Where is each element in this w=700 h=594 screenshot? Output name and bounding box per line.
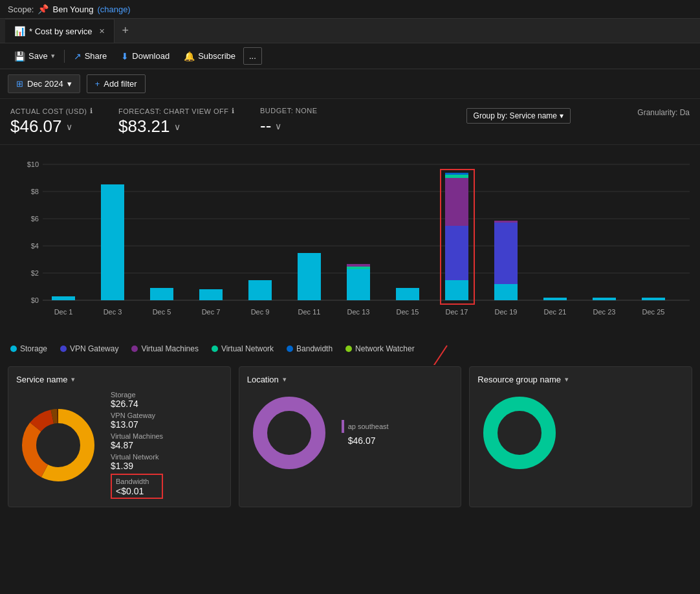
legend-label-vm: Virtual Machines <box>141 344 199 353</box>
legend-label-bandwidth: Bandwidth <box>296 344 333 353</box>
service-name-panel: Service name ▾ Storage $26.74 VPN <box>8 366 231 507</box>
svg-text:$8: $8 <box>31 188 39 195</box>
scope-name: Ben Young <box>52 5 93 14</box>
location-panel-title[interactable]: Location ▾ <box>247 375 454 384</box>
svg-rect-40 <box>494 284 518 300</box>
forecast-dropdown[interactable]: ∨ <box>174 122 180 132</box>
resource-group-donut-chart <box>477 391 562 475</box>
add-filter-button[interactable]: + Add filter <box>87 74 146 93</box>
svg-text:Dec 7: Dec 7 <box>202 308 221 316</box>
share-button[interactable]: ↗ Share <box>67 48 114 65</box>
svg-rect-39 <box>445 173 468 175</box>
service-donut-chart <box>16 403 100 487</box>
svg-rect-35 <box>445 280 468 300</box>
save-label: Save <box>28 51 48 61</box>
actual-cost-info-icon[interactable]: ℹ <box>90 107 93 115</box>
svg-rect-26 <box>101 184 124 300</box>
location-donut-legend: ap southeast $46.07 <box>342 420 389 446</box>
svg-text:Dec 1: Dec 1 <box>54 308 73 316</box>
legend-dot-nw <box>345 346 352 352</box>
subscribe-button[interactable]: 🔔 Subscribe <box>177 48 242 65</box>
forecast-info-icon[interactable]: ℹ <box>232 107 235 115</box>
scope-label: Scope: <box>8 5 34 14</box>
service-name-title-text: Service name <box>16 375 67 384</box>
resource-group-chevron: ▾ <box>565 375 569 384</box>
budget-dropdown[interactable]: ∨ <box>275 121 281 131</box>
actual-cost-label: ACTUAL COST (USD) ℹ <box>10 107 93 115</box>
scope-change-link[interactable]: (change) <box>97 5 130 14</box>
legend-dot-vnet <box>212 346 218 352</box>
location-title-text: Location <box>247 375 279 384</box>
calendar-icon: ⊞ <box>16 79 23 89</box>
group-by-chevron: ▾ <box>560 111 563 120</box>
tab-bar: 📊 * Cost by service ✕ + <box>0 19 700 43</box>
resource-group-panel-title[interactable]: Resource group name ▾ <box>477 375 684 384</box>
location-donut-container: ap southeast $46.07 <box>247 391 454 475</box>
actual-cost-metric: ACTUAL COST (USD) ℹ $46.07 ∨ <box>10 107 93 137</box>
svg-rect-36 <box>445 226 468 280</box>
svg-text:$0: $0 <box>31 296 39 304</box>
service-item-bandwidth: Bandwidth <$0.01 <box>111 474 163 499</box>
tab-icon: 📊 <box>14 26 25 36</box>
actual-cost-dropdown[interactable]: ∨ <box>66 122 72 132</box>
legend-item-storage: Storage <box>10 344 47 353</box>
legend-dot-storage <box>10 346 17 352</box>
tab-cost-by-service[interactable]: 📊 * Cost by service ✕ <box>5 19 115 43</box>
legend-item-vpn: VPN Gateway <box>60 344 118 353</box>
svg-rect-44 <box>593 298 616 300</box>
svg-text:Dec 17: Dec 17 <box>446 308 468 316</box>
svg-rect-25 <box>52 296 75 300</box>
resource-group-title-text: Resource group name <box>477 375 561 384</box>
forecast-metric: FORECAST: CHART VIEW OFF ℹ $83.21 ∨ <box>118 107 234 137</box>
legend-dot-bandwidth <box>287 346 293 352</box>
svg-text:Dec 3: Dec 3 <box>104 308 122 316</box>
save-button[interactable]: 💾 Save ▾ <box>8 48 61 65</box>
svg-text:Dec 5: Dec 5 <box>153 308 171 316</box>
svg-text:Dec 25: Dec 25 <box>642 308 665 316</box>
chart-legend: Storage VPN Gateway Virtual Machines Vir… <box>0 339 700 358</box>
tab-close-button[interactable]: ✕ <box>99 27 105 36</box>
svg-rect-34 <box>396 288 419 300</box>
svg-rect-45 <box>642 298 665 300</box>
add-tab-button[interactable]: + <box>115 19 137 43</box>
svg-rect-30 <box>298 253 321 300</box>
location-panel: Location ▾ ap southeast $46.07 <box>239 366 462 507</box>
location-chevron: ▾ <box>283 375 287 384</box>
download-button[interactable]: ⬇ Download <box>115 48 176 65</box>
svg-text:Dec 15: Dec 15 <box>397 308 419 316</box>
service-item-vnet: Virtual Network $1.39 <box>111 453 163 471</box>
svg-text:Dec 21: Dec 21 <box>544 308 567 316</box>
group-by-button[interactable]: Group by: Service name ▾ <box>466 108 571 124</box>
more-options-button[interactable]: ... <box>243 47 262 65</box>
date-picker-button[interactable]: ⊞ Dec 2024 ▾ <box>8 74 80 93</box>
svg-point-58 <box>498 412 541 454</box>
bar-chart: $10 $8 $6 $4 $2 $0 Dec 1 Dec 3 Dec 5 Dec… <box>10 151 690 339</box>
add-filter-icon: + <box>95 79 100 89</box>
group-by-control: Group by: Service name ▾ <box>466 108 571 124</box>
svg-text:$10: $10 <box>27 160 39 168</box>
scope-bar: Scope: 📌 Ben Young (change) <box>0 0 700 19</box>
svg-rect-33 <box>347 264 370 267</box>
actual-cost-value: $46.07 ∨ <box>10 116 93 137</box>
legend-label-storage: Storage <box>20 344 47 353</box>
svg-text:$4: $4 <box>31 242 39 250</box>
metrics-row: ACTUAL COST (USD) ℹ $46.07 ∨ FORECAST: C… <box>0 99 700 145</box>
svg-point-56 <box>268 412 311 454</box>
svg-text:Dec 23: Dec 23 <box>593 308 616 316</box>
service-name-panel-title[interactable]: Service name ▾ <box>16 375 223 384</box>
chart-area: $10 $8 $6 $4 $2 $0 Dec 1 Dec 3 Dec 5 Dec… <box>0 145 700 339</box>
location-donut-chart <box>247 391 331 475</box>
forecast-label: FORECAST: CHART VIEW OFF ℹ <box>118 107 234 115</box>
budget-label: BUDGET: NONE <box>260 107 318 115</box>
legend-label-vpn: VPN Gateway <box>70 344 118 353</box>
location-item-apsoutheast: ap southeast $46.07 <box>342 420 389 446</box>
group-by-label: Group by: Service name <box>474 111 557 120</box>
service-donut-legend: Storage $26.74 VPN Gateway $13.07 Virtua… <box>111 391 163 499</box>
service-item-vm: Virtual Machines $4.87 <box>111 432 163 450</box>
svg-rect-32 <box>347 267 370 269</box>
service-name-chevron: ▾ <box>71 375 75 384</box>
legend-item-vnet: Virtual Network <box>212 344 274 353</box>
svg-text:Dec 13: Dec 13 <box>347 308 370 316</box>
save-chevron: ▾ <box>51 52 55 60</box>
svg-rect-43 <box>543 298 567 300</box>
